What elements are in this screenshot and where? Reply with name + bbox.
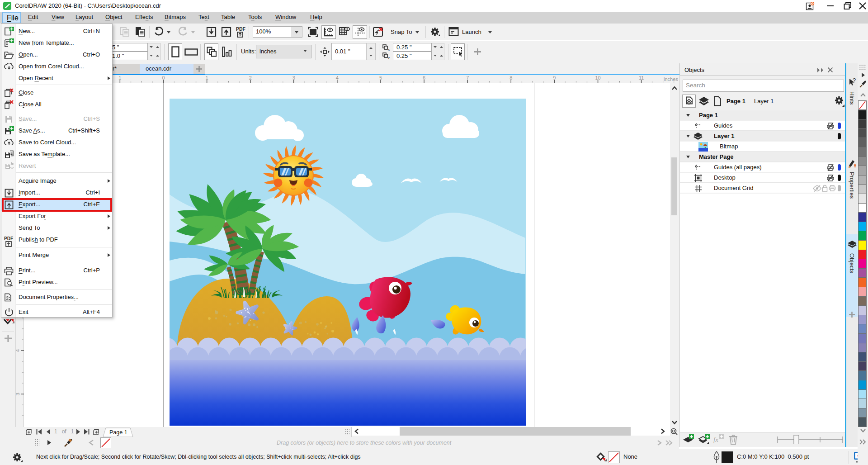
svg-text:PDF: PDF (236, 26, 246, 32)
svg-text:1: 1 (206, 75, 208, 81)
svg-text:0: 0 (162, 75, 165, 81)
svg-text:y: y (388, 56, 390, 59)
svg-text:3: 3 (292, 75, 295, 81)
svg-text:10: 10 (595, 75, 600, 81)
svg-text:7: 7 (466, 75, 469, 81)
svg-text:4: 4 (336, 75, 339, 81)
svg-text:11: 11 (639, 75, 644, 81)
svg-text:8: 8 (509, 75, 512, 81)
svg-text:6: 6 (423, 75, 425, 81)
svg-text:5: 5 (379, 75, 382, 81)
svg-text:2: 2 (249, 75, 252, 81)
svg-text:3: 3 (16, 393, 20, 395)
svg-text:Page 1: Page 1 (109, 429, 127, 436)
svg-text:PDF: PDF (4, 236, 13, 241)
svg-text:9: 9 (553, 75, 556, 81)
svg-text:1: 1 (118, 75, 121, 81)
svg-text:?: ? (853, 78, 856, 84)
svg-text:4: 4 (16, 349, 20, 352)
svg-text:x: x (388, 47, 390, 51)
